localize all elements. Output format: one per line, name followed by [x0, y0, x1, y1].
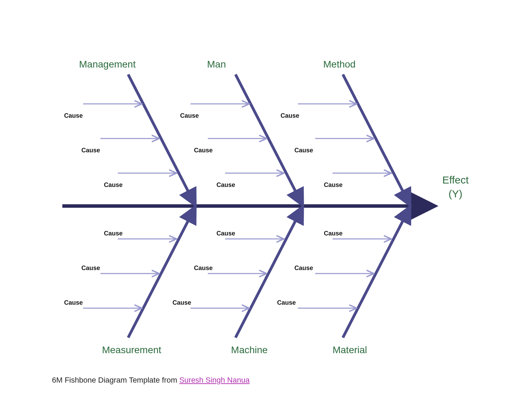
- cause-label: Cause: [194, 265, 213, 271]
- effect-label-y: (Y): [449, 188, 462, 199]
- causes-top-2: Cause Cause Cause: [180, 104, 282, 188]
- cause-label: Cause: [104, 181, 123, 188]
- cause-label: Cause: [281, 112, 299, 119]
- cause-label: Cause: [324, 230, 343, 237]
- caption-prefix: 6M Fishbone Diagram Template from: [52, 376, 179, 384]
- cause-label: Cause: [64, 112, 83, 119]
- category-method: Method: [323, 59, 355, 70]
- causes-bottom-1: Cause Cause Cause: [64, 230, 175, 308]
- category-measurement: Measurement: [102, 345, 161, 355]
- cause-label: Cause: [81, 265, 100, 271]
- caption-link[interactable]: Suresh Singh Nanua: [179, 376, 250, 384]
- cause-label: Cause: [324, 181, 343, 188]
- cause-label: Cause: [81, 147, 100, 154]
- category-management: Management: [79, 59, 136, 70]
- causes-top-3: Cause Cause Cause: [281, 104, 390, 188]
- caption: 6M Fishbone Diagram Template from Suresh…: [52, 376, 250, 385]
- cause-label: Cause: [104, 230, 123, 237]
- cause-label: Cause: [194, 147, 213, 154]
- effect-label: Effect: [442, 174, 469, 186]
- category-material: Material: [332, 345, 367, 355]
- cause-label: Cause: [294, 265, 313, 271]
- causes-top-1: Cause Cause Cause: [64, 104, 175, 188]
- cause-label: Cause: [180, 112, 199, 119]
- cause-label: Cause: [277, 299, 296, 306]
- category-man: Man: [207, 59, 226, 70]
- cause-label: Cause: [294, 147, 313, 154]
- cause-label: Cause: [216, 230, 235, 237]
- cause-label: Cause: [172, 299, 191, 306]
- cause-label: Cause: [216, 181, 235, 188]
- fishbone-diagram: Effect (Y) Management Man Method Measure…: [0, 0, 532, 411]
- causes-bottom-2: Cause Cause Cause: [172, 230, 282, 308]
- category-machine: Machine: [231, 345, 268, 355]
- causes-bottom-3: Cause Cause Cause: [277, 230, 390, 308]
- cause-label: Cause: [64, 299, 83, 306]
